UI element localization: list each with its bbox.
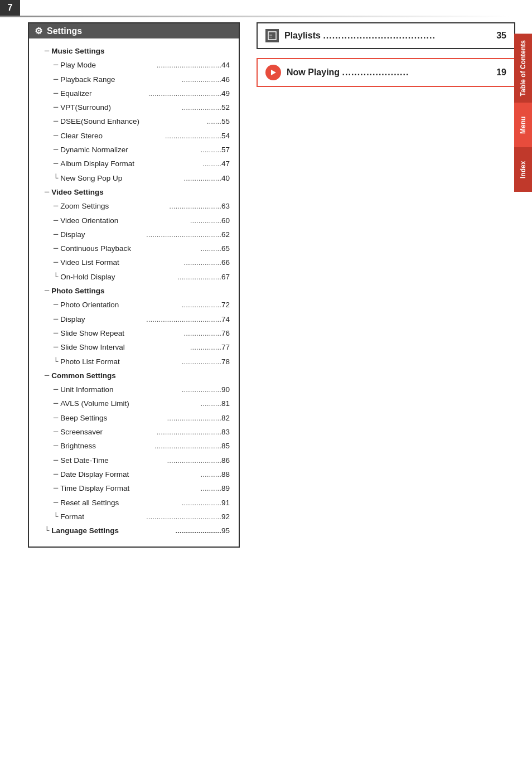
list-item: ─ Playback Range ................... 46 (38, 72, 230, 86)
settings-icon: ⚙ (35, 26, 42, 36)
list-item: └ Photo List Format ................... … (38, 355, 230, 369)
playlists-icon: ≡ (265, 29, 279, 42)
list-item: └ On-Hold Display ..................... … (38, 270, 230, 284)
photo-settings-label: Photo Settings (51, 284, 230, 298)
music-settings-label: Music Settings (51, 45, 230, 58)
settings-toc: ⚙ Settings ─ Music Settings ─ Play Mode … (28, 22, 240, 548)
tab-table-of-contents[interactable]: Table of Contents (514, 33, 532, 103)
settings-header: ⚙ Settings (29, 23, 239, 38)
now-playing-box[interactable]: Now Playing ...................... 19 (257, 58, 515, 87)
tab-index[interactable]: Index (514, 147, 532, 192)
list-item: ─ Beep Settings ........................… (38, 411, 230, 425)
side-tabs: Table of Contents Menu Index (514, 33, 532, 192)
playlists-page: 35 (496, 31, 506, 41)
list-item: ─ Zoom Settings ........................… (38, 199, 230, 213)
list-item: ─ Play Mode ............................… (38, 58, 230, 72)
list-item: ─ Continuous Playback .......... 65 (38, 241, 230, 255)
list-item: ─ Set Date-Time ........................… (38, 453, 230, 467)
list-item: ─ Screensaver ..........................… (38, 425, 230, 439)
list-item: ─ Reset all Settings ...................… (38, 496, 230, 510)
settings-tree: ─ Music Settings ─ Play Mode ...........… (38, 44, 230, 538)
list-item: ─ Video List Format .................. 6… (38, 255, 230, 269)
list-item: ─ Slide Show Repeat .................. 7… (38, 326, 230, 340)
common-settings-header: ─ Common Settings (38, 369, 230, 383)
common-settings-label: Common Settings (51, 369, 230, 383)
list-item: └ Format ...............................… (38, 510, 230, 524)
list-item: ─ Album Display Format ......... 47 (38, 157, 230, 171)
tab-menu[interactable]: Menu (514, 103, 532, 147)
item-label: Play Mode (60, 59, 157, 72)
now-playing-icon (265, 65, 281, 80)
list-item: ─ Photo Orientation ................... … (38, 298, 230, 312)
video-settings-label: Video Settings (51, 186, 230, 199)
list-item: ─ Video Orientation ............... 60 (38, 214, 230, 228)
svg-text:≡: ≡ (269, 33, 273, 39)
top-decoration (0, 16, 510, 17)
list-item: ─ Unit Information ................... 9… (38, 383, 230, 396)
list-item: ─ Brightness ...........................… (38, 439, 230, 453)
page-number: 7 (0, 0, 20, 16)
list-item: ─ Time Display Format .......... 89 (38, 481, 230, 495)
now-playing-label: Now Playing ...................... (287, 67, 491, 78)
playlists-box[interactable]: ≡ Playlists ............................… (257, 22, 515, 49)
settings-box: ⚙ Settings ─ Music Settings ─ Play Mode … (28, 22, 240, 548)
list-item: ─ Display ..............................… (38, 228, 230, 241)
photo-settings-header: ─ Photo Settings (38, 284, 230, 298)
language-settings-item: └ Language Settings ....................… (38, 524, 230, 538)
list-item: ─ Equalizer ............................… (38, 86, 230, 100)
list-item: ─ VPT(Surround) ................... 52 (38, 100, 230, 114)
list-item: └ New Song Pop Up .................. 40 (38, 171, 230, 185)
clear-stereo-item: ─ Clear Stereo .........................… (38, 129, 230, 143)
list-item: ─ Slide Show Interval ............... 77 (38, 340, 230, 354)
list-item: ─ Dynamic Normalizer .......... 57 (38, 143, 230, 157)
music-settings-header: ─ Music Settings (38, 44, 230, 58)
settings-title: Settings (47, 26, 82, 36)
now-playing-page: 19 (496, 67, 506, 78)
svg-marker-2 (271, 70, 276, 75)
list-item: ─ DSEE(Sound Enhance) ....... 55 (38, 114, 230, 128)
list-item: ─ Display ..............................… (38, 312, 230, 326)
list-item: ─ AVLS (Volume Limit) .......... 81 (38, 396, 230, 410)
list-item: ─ Date Display Format .......... 88 (38, 467, 230, 481)
main-content: ⚙ Settings ─ Music Settings ─ Play Mode … (0, 0, 532, 570)
right-column: ≡ Playlists ............................… (257, 22, 515, 548)
video-settings-header: ─ Video Settings (38, 185, 230, 199)
playlists-label: Playlists ..............................… (284, 31, 491, 41)
